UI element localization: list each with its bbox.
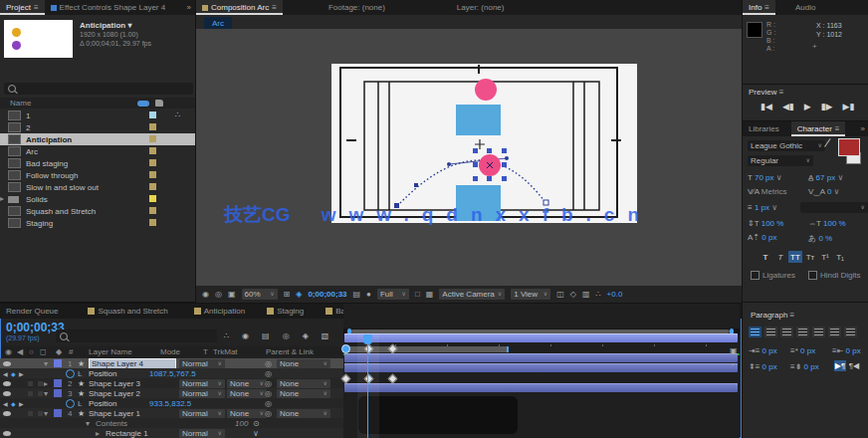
all-caps-button[interactable]: TT: [788, 251, 802, 263]
stroke-width-control[interactable]: ≡ 1 px ∨: [748, 203, 777, 212]
more-panels-icon[interactable]: »: [861, 124, 865, 133]
label-swatch[interactable]: [149, 147, 156, 154]
label-column-icon[interactable]: [155, 100, 163, 107]
switch-box[interactable]: [28, 391, 33, 396]
tab-footage[interactable]: Footage: (none): [323, 0, 391, 15]
tsume-control[interactable]: あ 0 %: [808, 233, 832, 244]
twirl-icon[interactable]: ▾: [86, 419, 90, 428]
vertical-scale-control[interactable]: ⇕T 100 %: [748, 219, 783, 228]
tab-character[interactable]: Character ≡: [791, 121, 846, 136]
layer-name[interactable]: Shape Layer 3: [89, 379, 140, 388]
resolution-dropdown[interactable]: Full∨: [377, 289, 409, 300]
keyframe-set-icon[interactable]: ◆: [11, 400, 16, 407]
justify-last-center-button[interactable]: [812, 327, 825, 337]
exposure-value[interactable]: +0.0: [607, 290, 623, 299]
tab-comp[interactable]: Staging: [261, 304, 310, 319]
audio-column-icon[interactable]: ◀: [17, 347, 23, 356]
horizontal-scale-control[interactable]: ⇔T 100 %: [808, 219, 846, 228]
layer-row[interactable]: ▾ 1 ★ Shape Layer 4 Normal∨ ◎ None∨: [0, 358, 343, 368]
parent-pickwhip-icon[interactable]: ◎: [265, 409, 272, 418]
trkmat-dropdown[interactable]: None∨: [227, 379, 267, 388]
tab-audio[interactable]: Audio: [789, 0, 821, 15]
tab-render-queue[interactable]: Render Queue: [0, 304, 64, 319]
graph-include-icon[interactable]: Ŀ: [78, 399, 82, 408]
switch-box[interactable]: [28, 411, 33, 416]
superscript-button[interactable]: T¹: [818, 251, 832, 263]
space-before-control[interactable]: ⇞≡ 0 px: [749, 362, 777, 371]
column-name-label[interactable]: Name: [10, 99, 31, 108]
add-shape-icon[interactable]: ⊙: [253, 419, 260, 428]
switch-box[interactable]: [28, 381, 33, 386]
project-item[interactable]: ▸ Solids: [0, 193, 195, 205]
blend-mode-dropdown[interactable]: Normal∨: [179, 429, 225, 438]
magnification-dropdown[interactable]: 60%∨: [242, 289, 278, 300]
layer-name[interactable]: Shape Layer 1: [89, 409, 140, 418]
trkmat-dropdown[interactable]: None∨: [227, 409, 267, 418]
tracking-control[interactable]: V‿A 0 ∨: [808, 187, 839, 196]
eye-icon[interactable]: [3, 361, 11, 366]
grid-guides-icon[interactable]: ⊞: [284, 290, 291, 299]
t-column-label[interactable]: T: [203, 347, 208, 356]
property-row[interactable]: ◀ ◆ ▶ Ŀ Position 1087.5,767.5 ◎: [0, 368, 343, 378]
switch-box[interactable]: [38, 391, 43, 396]
layer-color-swatch[interactable]: [54, 409, 62, 417]
parent-dropdown[interactable]: None∨: [277, 379, 330, 388]
panel-menu-icon[interactable]: ≡: [790, 311, 795, 320]
comp-canvas[interactable]: [331, 64, 637, 223]
label-swatch[interactable]: [149, 123, 156, 130]
stopwatch-icon[interactable]: [66, 399, 75, 408]
layer-name-edit-field[interactable]: Shape Layer 4: [89, 358, 176, 369]
layer-name[interactable]: Shape Layer 2: [89, 389, 140, 398]
twirl-icon[interactable]: ▸: [96, 429, 100, 438]
graph-editor-icon[interactable]: ▧: [322, 331, 329, 340]
subscript-button[interactable]: T₁: [833, 251, 847, 263]
parent-dropdown[interactable]: None∨: [277, 359, 330, 368]
indent-left-control[interactable]: ⇥≡ 0 px: [749, 346, 777, 355]
twirl-icon[interactable]: ▾: [44, 359, 48, 368]
timeline-search-input[interactable]: [56, 329, 217, 342]
comp-button-icon[interactable]: ◔: [730, 360, 735, 369]
brainstorm-icon[interactable]: ◈: [303, 331, 309, 340]
panel-menu-icon[interactable]: ≡: [835, 124, 840, 133]
eye-icon[interactable]: [3, 411, 11, 416]
property-value[interactable]: 933.5,832.5: [149, 399, 191, 408]
motion-blur-icon[interactable]: ◎: [283, 331, 290, 340]
mask-visibility-icon[interactable]: ◈: [296, 290, 302, 299]
eye-icon[interactable]: [3, 391, 11, 396]
parent-column-label[interactable]: Parent & Link: [266, 347, 314, 356]
flowchart-button-icon[interactable]: ∴: [596, 290, 601, 299]
view-layout-dropdown[interactable]: 1 View∨: [511, 289, 550, 300]
frame-blend-icon[interactable]: ▤: [262, 331, 270, 340]
comp-navigator-breadcrumb[interactable]: Arc: [204, 17, 232, 29]
group-row[interactable]: ▾ Contents 100 ⊙: [0, 418, 343, 428]
previous-frame-button[interactable]: ◀▮: [782, 102, 794, 111]
baseline-shift-control[interactable]: A⇡ 0 px: [748, 233, 776, 242]
project-search-input[interactable]: [4, 83, 193, 95]
tab-project[interactable]: Project ≡: [0, 0, 45, 15]
tab-comp[interactable]: Anticipation: [188, 304, 251, 319]
panel-menu-icon[interactable]: ≡: [764, 3, 769, 12]
label-swatch[interactable]: [149, 207, 156, 214]
lock-column-icon[interactable]: ◻: [40, 347, 47, 356]
leading-control[interactable]: A̲ 67 px ∨: [808, 173, 843, 182]
region-of-interest-icon[interactable]: □: [415, 290, 420, 299]
graph-include-icon[interactable]: Ŀ: [78, 369, 82, 378]
twirl-icon[interactable]: ▾: [44, 409, 48, 418]
parent-dropdown[interactable]: None∨: [277, 409, 330, 418]
trkmat-dropdown[interactable]: None∨: [227, 389, 267, 398]
layer-bar-selected[interactable]: [344, 333, 738, 342]
playhead-line[interactable]: [367, 344, 368, 438]
trkmat-column-label[interactable]: TrkMat: [213, 347, 238, 356]
layer-row[interactable]: ▾ 4 ★ Shape Layer 1 Normal∨ None∨ ◎ None…: [0, 408, 343, 418]
project-item-selected[interactable]: Anticipation: [0, 133, 195, 145]
comment-icon[interactable]: ▣: [228, 290, 236, 299]
indent-first-line-control[interactable]: ≡* 0 px: [790, 346, 815, 355]
eyedropper-icon[interactable]: [824, 138, 838, 152]
project-item[interactable]: Arc: [0, 145, 195, 157]
justify-all-button[interactable]: [844, 327, 857, 337]
project-item[interactable]: Squash and Stretch: [0, 205, 195, 217]
transparency-grid-icon[interactable]: ▦: [426, 290, 434, 299]
tab-comp[interactable]: Squash and Stretch: [82, 304, 173, 319]
keyframe-next-icon[interactable]: ▶: [19, 370, 24, 377]
property-value[interactable]: 1087.5,767.5: [149, 369, 196, 378]
